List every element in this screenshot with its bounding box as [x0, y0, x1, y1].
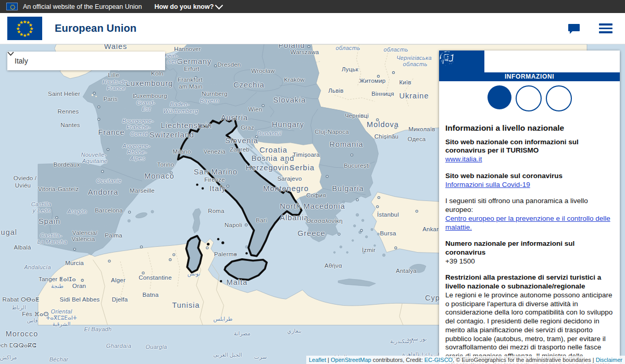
attribution-text: |: [326, 357, 331, 363]
europe-map[interactable]: WalesPolandGermanyCzechiaSlovakiaUkraine…: [0, 44, 625, 364]
site-title: European Union: [55, 22, 136, 34]
content-text: Sito web nazionale con informazioni sul …: [445, 138, 614, 155]
menu-icon[interactable]: [599, 23, 612, 33]
attribution-link[interactable]: Disclaimer: [596, 357, 622, 363]
content-text: Le regioni e le province autonome posson…: [445, 291, 614, 364]
content-link[interactable]: Centro europeo per la prevenzione e il c…: [445, 215, 614, 232]
content-link[interactable]: Informazioni sulla Covid-19: [445, 181, 614, 190]
eu-flag-small-icon: ★★★★★★★★★★★★: [6, 3, 18, 10]
tab-trasporti[interactable]: [484, 51, 530, 72]
info-panel: i: [439, 51, 620, 364]
content-link[interactable]: www.italia.it: [445, 155, 614, 164]
chevron-down-icon: [7, 52, 14, 56]
content-text: I seguenti siti offrono una panoramica a…: [445, 197, 614, 214]
attribution-link[interactable]: EC-GISCO: [424, 357, 453, 363]
content-text: Sito web nazionale sul coronavirus: [445, 172, 614, 181]
content-text: [445, 266, 614, 273]
how-do-you-know-label: How do you know?: [154, 3, 214, 10]
chat-icon[interactable]: [568, 23, 580, 34]
official-site-text: An official website of the European Unio…: [23, 3, 142, 10]
attribution-link[interactable]: Leaflet: [309, 357, 326, 363]
region-flag-icon[interactable]: [546, 85, 572, 111]
panel-tabs: i: [439, 51, 620, 72]
content-text: Numero nazionale per informazioni sul co…: [445, 240, 614, 257]
section-title: INFORMAZIONI: [439, 72, 620, 81]
eu-flag-logo: ★★★★★★★★★★★★: [7, 17, 42, 40]
official-site-bar: ★★★★★★★★★★★★ An official website of the …: [0, 0, 625, 13]
content-text: [445, 232, 614, 240]
tab-servizi[interactable]: [530, 51, 575, 72]
info-level-icons: i i: [439, 85, 620, 111]
attribution-link[interactable]: OpenStreetMap: [331, 357, 371, 363]
tab-salute[interactable]: [574, 51, 620, 72]
content-text: [445, 164, 614, 172]
content-heading: Informazioni a livello nazionale: [445, 123, 614, 133]
content-text: [445, 189, 614, 197]
country-dropdown-value: Italy: [15, 57, 28, 65]
attribution-text: contributors, Credit:: [371, 357, 424, 363]
attribution-text: , © EuroGeographics for the administrati…: [453, 357, 596, 363]
how-do-you-know-link[interactable]: How do you know?: [154, 3, 222, 10]
country-dropdown[interactable]: Italy: [7, 52, 165, 70]
flag-info-icon[interactable]: i: [488, 85, 511, 109]
content-text: +39 1500: [445, 257, 614, 266]
map-attribution[interactable]: Leaflet | OpenStreetMap contributors, Cr…: [306, 356, 625, 364]
site-header: ★★★★★★★★★★★★ European Union: [0, 13, 625, 44]
panel-content: Informazioni a livello nazionaleSito web…: [439, 111, 620, 364]
pin-info-icon[interactable]: i: [516, 85, 542, 111]
content-text: Restrizioni alla prestazione di servizi …: [445, 273, 614, 291]
chevron-down-icon: [215, 2, 223, 10]
